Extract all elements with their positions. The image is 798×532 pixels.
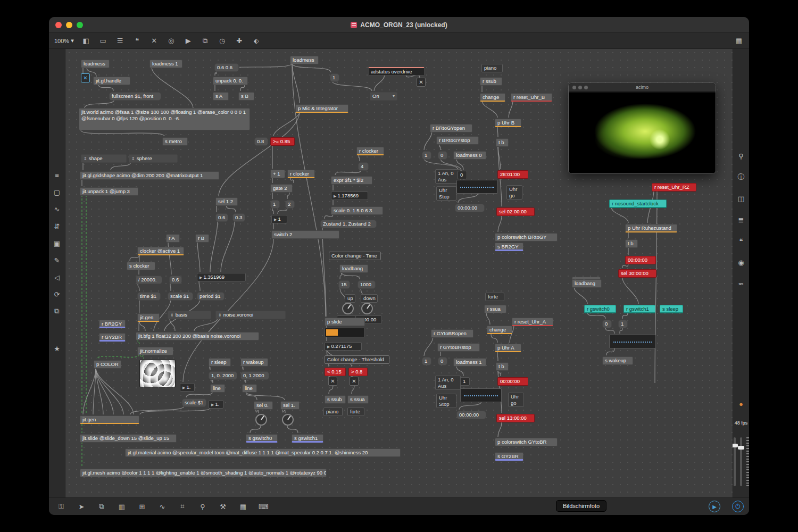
msg-box[interactable]: 1 [618,320,628,328]
hslider[interactable] [325,328,365,337]
msg-box[interactable]: 4 [358,162,369,171]
record-icon[interactable]: ● [736,399,746,409]
dial[interactable] [361,303,373,314]
run-button[interactable]: ▶ [709,501,720,512]
jit-gen-main[interactable]: jit.gen [80,415,139,424]
layout-columns-icon[interactable]: ◫ [736,194,746,203]
p-slide[interactable]: p slide [325,318,365,326]
tgl-box[interactable]: ✕ [350,377,359,386]
loadmess-1[interactable]: loadmess 1 [149,60,182,68]
tgl-box[interactable]: ✕ [417,78,426,87]
obj-box[interactable]: t b [496,138,509,147]
chat-icon[interactable]: ❝ [736,236,746,246]
red-box[interactable]: 00:00:00 [497,377,528,386]
num-box[interactable]: ▶1. [209,400,223,409]
volume-slider[interactable] [734,437,736,486]
obj-box[interactable]: r GYtoBRstop [437,343,480,352]
comment-icon[interactable]: ❝ [132,36,142,46]
msg-box[interactable]: scale $1 [182,398,206,407]
lock-icon[interactable]: ⚿ [56,502,66,511]
msg-box[interactable]: period $1 [197,292,225,301]
obj-box[interactable]: s ssua [347,395,369,404]
dial[interactable] [342,303,354,314]
clocker[interactable]: clocker @active 1 [137,247,184,255]
switch-2[interactable]: switch 2 [271,230,339,239]
p-colorswitch-brtogy[interactable]: p colorswitch BRtoGY [495,233,558,242]
zoom-control[interactable]: 100% ▾ [54,37,74,44]
msg-box[interactable]: Zustand 1, Zustand 2 [320,220,377,228]
purple-box[interactable]: r BR2GY [99,320,126,328]
favorites-star-icon[interactable]: ★ [52,344,62,353]
red-box[interactable]: sel 13:00:00 [496,414,535,422]
p-color[interactable]: p COLOR [94,360,121,369]
jit-unpack[interactable]: jit.unpack 1 @jump 3 [80,187,138,196]
audio-on-icon[interactable]: ∿ [157,502,167,511]
keyboard-icon[interactable]: ⌨ [259,502,268,511]
msg-box[interactable]: 0 [438,357,447,365]
num2-box[interactable]: 1 [460,377,470,386]
obj-box[interactable]: r sleep [209,358,231,367]
fullscreen-msg[interactable]: fullscreen $1, front [109,92,161,101]
timeline-box[interactable] [460,388,502,402]
p-uhr-b[interactable]: p Uhr B [495,119,521,127]
obj-box[interactable]: t b [625,239,638,248]
patcher-canvas[interactable]: acimo loadmessloadmess 1✕jit.gl.handlefu… [65,49,733,497]
orange-box[interactable]: r clocker [287,170,315,178]
teal-box[interactable]: r gswitch0 [584,305,616,313]
drop-box[interactable]: ⇕noise.voronoi [215,311,286,319]
inspector-icon[interactable]: ☰ [115,36,125,46]
jit-bfg[interactable]: jit.bfg 1 float32 200 200 @basis noise.v… [136,332,259,340]
obj-box[interactable]: s A [213,92,229,101]
bring-front-icon[interactable]: ⧉ [97,502,106,511]
tgl-box[interactable]: ✕ [328,377,337,386]
msg-box[interactable]: 0.6 0.6 [214,63,239,72]
timeline-box[interactable] [609,335,656,348]
obj-box[interactable]: r GYtoBRopen [431,329,473,338]
display-icon[interactable]: ▢ [52,187,62,197]
obj-box[interactable]: jit.normalize [137,347,173,355]
playbar-icon[interactable]: ▶ [184,36,193,46]
msg-box[interactable]: scale $1 [168,292,193,301]
msg-box[interactable]: 00:00:00 [455,204,485,212]
p-mic-integrator[interactable]: p Mic & Integrator [295,104,348,113]
clock-icon[interactable]: ◷ [218,36,227,46]
cmt2-box[interactable]: piano [481,64,503,72]
volume-slider[interactable] [740,437,742,486]
add-object-icon[interactable]: ✚ [235,36,244,46]
teal-box[interactable]: r gswitch1 [624,305,655,313]
red-box[interactable]: < 0.15 [325,368,346,376]
obj-box[interactable]: loadmess 0 [453,151,486,160]
speaker-icon[interactable]: ◁ [52,272,62,282]
obj-box[interactable]: r BRtoGYopen [430,124,472,132]
orange-box[interactable]: jit.gen [137,313,160,322]
sort-icon[interactable]: ⇵ [52,221,62,231]
obj-box[interactable]: sel 1. [280,401,300,410]
msg-box[interactable]: 0.8 [254,137,268,146]
msg-box[interactable]: time $1 [137,292,161,301]
on-menu[interactable]: ▾On [370,92,397,101]
audio-sliders-icon[interactable]: ≂ [736,279,746,288]
close-window-button[interactable] [55,22,62,28]
comment-color-time[interactable]: Color change - Time [329,252,381,260]
probe-icon[interactable]: ⚲ [198,502,207,511]
red-box[interactable]: sel 02:00:00 [496,207,535,216]
red-box[interactable]: r reset_Uhr_RZ [652,183,696,192]
num-box[interactable]: ▶1.178569 [331,192,368,200]
msg-box[interactable]: 1000 [358,280,376,289]
red-box[interactable]: >= 0.85 [270,137,295,146]
obj-box[interactable]: r BRtoGYstop [436,136,479,145]
num-box[interactable]: ▶1 [271,215,287,223]
zoom-window-button[interactable] [77,22,83,28]
jit-slide[interactable]: jit.slide @slide_down 15 @slide_up 15 [80,434,177,443]
format-icon[interactable]: ⬖ [252,36,261,46]
obj-box[interactable]: loadbang [572,279,602,288]
sidebar-toggle-icon[interactable]: ◧ [81,36,91,46]
num-box[interactable]: ▶1. [180,383,195,392]
obj-box[interactable]: loadmess [290,56,319,64]
redline-box[interactable]: r reset_Uhr_B [511,93,552,102]
msg-box[interactable]: 0 [438,151,447,160]
group-icon[interactable]: ⊞ [137,502,147,511]
purple-box[interactable]: r GY2BR [99,333,126,342]
comment-color-threshold[interactable]: Color change - Threshold [325,355,389,364]
obj-box[interactable]: s wakeup [602,356,633,365]
